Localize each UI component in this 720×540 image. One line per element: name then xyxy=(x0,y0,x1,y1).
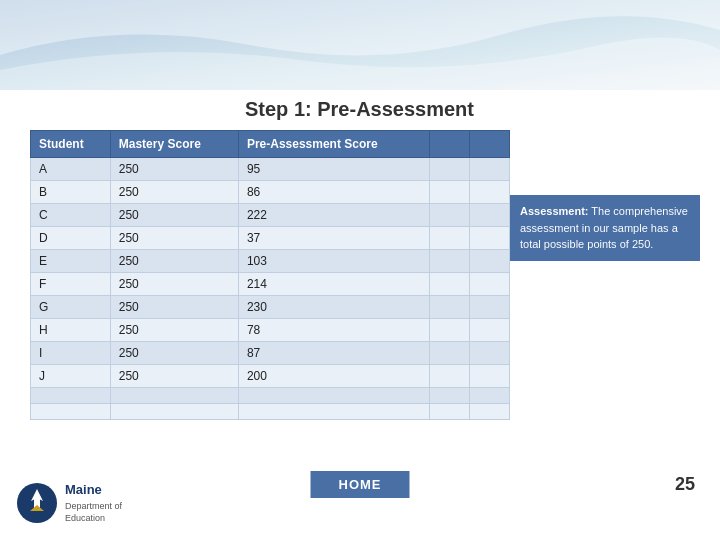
table-row: H 250 78 xyxy=(31,319,510,342)
cell-mastery: 250 xyxy=(110,296,238,319)
cell-mastery: 250 xyxy=(110,181,238,204)
assessment-label: Assessment: xyxy=(520,205,588,217)
table-row: B 250 86 xyxy=(31,181,510,204)
cell-student: F xyxy=(31,273,111,296)
table-row: E 250 103 xyxy=(31,250,510,273)
cell-student: J xyxy=(31,365,111,388)
home-button[interactable]: HOME xyxy=(311,471,410,498)
logo-maine: Maine xyxy=(65,481,122,499)
table-row: D 250 37 xyxy=(31,227,510,250)
cell-extra1 xyxy=(430,273,470,296)
cell-extra2 xyxy=(470,204,510,227)
cell-extra2 xyxy=(470,342,510,365)
cell-extra2 xyxy=(470,319,510,342)
header-background xyxy=(0,0,720,90)
cell-mastery: 250 xyxy=(110,158,238,181)
table-row: F 250 214 xyxy=(31,273,510,296)
cell-extra1 xyxy=(430,158,470,181)
col-header-pre: Pre-Assessment Score xyxy=(238,131,429,158)
cell-pre: 200 xyxy=(238,365,429,388)
col-header-student: Student xyxy=(31,131,111,158)
cell-extra2 xyxy=(470,296,510,319)
logo-area: Maine Department of Education xyxy=(15,481,122,525)
cell-mastery: 250 xyxy=(110,273,238,296)
cell-pre: 87 xyxy=(238,342,429,365)
col-header-extra1 xyxy=(430,131,470,158)
col-header-extra2 xyxy=(470,131,510,158)
logo-dept: Department of xyxy=(65,500,122,513)
cell-mastery: 250 xyxy=(110,227,238,250)
cell-extra1 xyxy=(430,204,470,227)
cell-student: B xyxy=(31,181,111,204)
cell-pre: 86 xyxy=(238,181,429,204)
cell-mastery: 250 xyxy=(110,319,238,342)
cell-student: E xyxy=(31,250,111,273)
cell-extra2 xyxy=(470,181,510,204)
cell-extra1 xyxy=(430,181,470,204)
cell-pre: 222 xyxy=(238,204,429,227)
data-table-container: Student Mastery Score Pre-Assessment Sco… xyxy=(30,130,510,420)
page-number: 25 xyxy=(675,474,695,495)
cell-extra2 xyxy=(470,365,510,388)
table-row-empty xyxy=(31,404,510,420)
cell-student: G xyxy=(31,296,111,319)
cell-extra1 xyxy=(430,227,470,250)
table-row: A 250 95 xyxy=(31,158,510,181)
cell-student: I xyxy=(31,342,111,365)
cell-pre: 78 xyxy=(238,319,429,342)
cell-pre: 103 xyxy=(238,250,429,273)
assessment-table: Student Mastery Score Pre-Assessment Sco… xyxy=(30,130,510,420)
cell-pre: 37 xyxy=(238,227,429,250)
table-row: I 250 87 xyxy=(31,342,510,365)
table-row-empty xyxy=(31,388,510,404)
cell-pre: 214 xyxy=(238,273,429,296)
cell-student: A xyxy=(31,158,111,181)
cell-extra1 xyxy=(430,342,470,365)
maine-logo-icon xyxy=(15,481,59,525)
cell-extra1 xyxy=(430,365,470,388)
cell-student: H xyxy=(31,319,111,342)
cell-extra2 xyxy=(470,158,510,181)
cell-mastery: 250 xyxy=(110,365,238,388)
cell-student: C xyxy=(31,204,111,227)
page-title: Step 1: Pre-Assessment xyxy=(245,98,474,121)
cell-extra2 xyxy=(470,250,510,273)
cell-extra2 xyxy=(470,227,510,250)
cell-extra1 xyxy=(430,250,470,273)
cell-student: D xyxy=(31,227,111,250)
cell-extra1 xyxy=(430,319,470,342)
table-row: C 250 222 xyxy=(31,204,510,227)
cell-mastery: 250 xyxy=(110,204,238,227)
cell-extra2 xyxy=(470,273,510,296)
table-row: J 250 200 xyxy=(31,365,510,388)
cell-extra1 xyxy=(430,296,470,319)
logo-text: Maine Department of Education xyxy=(65,481,122,524)
assessment-tooltip: Assessment: The comprehensive assessment… xyxy=(510,195,700,261)
table-row: G 250 230 xyxy=(31,296,510,319)
col-header-mastery: Mastery Score xyxy=(110,131,238,158)
logo-edu: Education xyxy=(65,512,122,525)
cell-mastery: 250 xyxy=(110,342,238,365)
cell-pre: 95 xyxy=(238,158,429,181)
cell-mastery: 250 xyxy=(110,250,238,273)
cell-pre: 230 xyxy=(238,296,429,319)
